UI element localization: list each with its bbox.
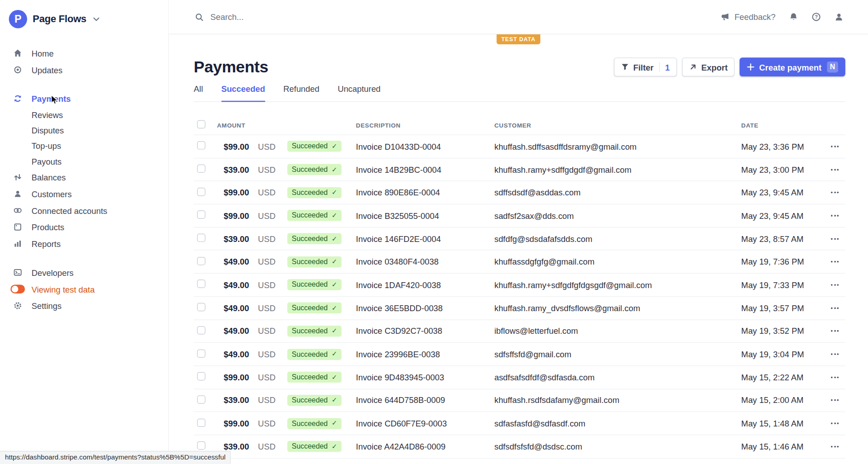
row-checkbox[interactable]: [197, 349, 205, 357]
customer-cell: sdfasfasfd@sdfasdf.com: [494, 419, 741, 428]
table-row[interactable]: $39.00 USD Succeeded ✓ Invoice A42A4D86-…: [194, 435, 845, 458]
sidebar-item-payments[interactable]: Payments: [0, 90, 168, 107]
row-checkbox[interactable]: [197, 395, 205, 403]
sidebar-item-payouts[interactable]: Payouts: [0, 153, 168, 169]
table-row[interactable]: $39.00 USD Succeeded ✓ Invoice 146FD2E-0…: [194, 227, 845, 251]
sidebar-item-viewing-test-data[interactable]: Viewing test data: [0, 281, 168, 298]
row-checkbox[interactable]: [197, 418, 205, 426]
create-payment-button[interactable]: Create payment N: [740, 57, 845, 76]
row-checkbox[interactable]: [197, 257, 205, 265]
status-label: Succeeded: [292, 303, 328, 312]
sidebar-item-updates[interactable]: Updates: [0, 62, 168, 78]
keyboard-shortcut-badge: N: [827, 62, 838, 72]
table-row[interactable]: $49.00 USD Succeeded ✓ Invoice C3D92C7-0…: [194, 320, 845, 343]
amount-cell: $49.00: [217, 350, 249, 359]
sidebar-item-connected-accounts[interactable]: Connected accounts: [0, 202, 168, 219]
row-actions-button[interactable]: [830, 328, 840, 334]
column-header-description[interactable]: DESCRIPTION: [356, 122, 494, 128]
table-row[interactable]: $49.00 USD Succeeded ✓ Invoice 03480F4-0…: [194, 251, 845, 274]
sidebar-item-topups[interactable]: Top-ups: [0, 138, 168, 153]
check-icon: ✓: [332, 258, 337, 265]
table-row[interactable]: $39.00 USD Succeeded ✓ Invoice 14B29BC-0…: [194, 158, 845, 181]
account-switcher[interactable]: P Page Flows: [0, 7, 168, 37]
tab-succeeded[interactable]: Succeeded: [221, 84, 265, 102]
table-row[interactable]: $99.00 USD Succeeded ✓ Invoice D10433D-0…: [194, 135, 845, 158]
tab-uncaptured[interactable]: Uncaptured: [338, 84, 381, 101]
sidebar-item-reports[interactable]: Reports: [0, 235, 168, 252]
row-checkbox[interactable]: [197, 188, 205, 196]
table-row[interactable]: $99.00 USD Succeeded ✓ Invoice 9D483945-…: [194, 366, 845, 389]
sidebar-item-settings[interactable]: Settings: [0, 298, 168, 314]
row-actions-button[interactable]: [830, 421, 840, 426]
row-checkbox[interactable]: [197, 211, 205, 219]
currency-cell: USD: [249, 442, 276, 451]
test-mode-toggle[interactable]: [10, 284, 25, 294]
sidebar-item-home[interactable]: Home: [0, 45, 168, 62]
status-badge: Succeeded ✓: [288, 418, 342, 429]
column-header-amount[interactable]: AMOUNT: [217, 122, 249, 128]
check-icon: ✓: [332, 350, 337, 358]
table-row[interactable]: $39.00 USD Succeeded ✓ Invoice 644D758B-…: [194, 389, 845, 412]
sidebar-item-label: Reviews: [32, 110, 63, 119]
row-actions-button[interactable]: [830, 166, 840, 172]
row-checkbox[interactable]: [197, 165, 205, 173]
filter-button[interactable]: Filter 1: [614, 57, 677, 76]
row-checkbox[interactable]: [197, 303, 205, 311]
status-badge: Succeeded ✓: [288, 256, 342, 267]
table-row[interactable]: $49.00 USD Succeeded ✓ Invoice 1DAF420-0…: [194, 274, 845, 297]
row-actions-button[interactable]: [830, 444, 840, 450]
row-actions-button[interactable]: [830, 189, 840, 195]
row-actions-button[interactable]: [830, 213, 840, 218]
sidebar-item-developers[interactable]: Developers: [0, 264, 168, 281]
row-actions-button[interactable]: [830, 259, 840, 265]
filter-divider: [659, 62, 660, 72]
page-title: Payments: [194, 58, 269, 76]
row-checkbox[interactable]: [197, 372, 205, 380]
table-row[interactable]: $49.00 USD Succeeded ✓ Invoice 36E5BDD-0…: [194, 297, 845, 320]
help-icon[interactable]: ?: [811, 12, 821, 22]
status-badge: Succeeded ✓: [288, 210, 342, 221]
notifications-bell-icon[interactable]: [789, 12, 798, 22]
check-icon: ✓: [332, 373, 337, 381]
table-row[interactable]: $49.00 USD Succeeded ✓ Invoice 23996BE-0…: [194, 343, 845, 366]
sidebar: P Page Flows Home Updates Pay: [0, 0, 169, 464]
row-actions-button[interactable]: [830, 374, 840, 380]
global-search[interactable]: [195, 12, 720, 22]
column-header-customer[interactable]: CUSTOMER: [494, 122, 741, 128]
profile-avatar-icon[interactable]: [834, 12, 844, 22]
row-actions-button[interactable]: [830, 305, 840, 311]
export-button[interactable]: Export: [682, 57, 735, 76]
row-actions-button[interactable]: [830, 282, 840, 288]
svg-text:?: ?: [815, 14, 818, 19]
row-checkbox[interactable]: [197, 234, 205, 242]
sidebar-item-customers[interactable]: Customers: [0, 185, 168, 202]
amount-cell: $39.00: [217, 442, 249, 451]
select-all-checkbox[interactable]: [197, 120, 205, 128]
description-cell: Invoice D10433D-0004: [356, 142, 494, 151]
row-actions-button[interactable]: [830, 143, 840, 149]
amount-cell: $99.00: [217, 142, 249, 151]
feedback-link[interactable]: Feedback?: [720, 12, 776, 22]
row-checkbox[interactable]: [197, 280, 205, 288]
tab-all[interactable]: All: [194, 84, 203, 101]
status-label: Succeeded: [292, 396, 328, 404]
sidebar-item-disputes[interactable]: Disputes: [0, 123, 168, 138]
sidebar-item-products[interactable]: Products: [0, 219, 168, 236]
status-label: Succeeded: [292, 419, 328, 427]
status-badge: Succeeded ✓: [288, 233, 342, 244]
row-actions-button[interactable]: [830, 236, 840, 241]
column-header-date[interactable]: DATE: [741, 122, 830, 128]
row-checkbox[interactable]: [197, 142, 205, 150]
row-checkbox[interactable]: [197, 441, 205, 450]
row-actions-button[interactable]: [830, 397, 840, 403]
search-input[interactable]: [210, 12, 443, 22]
table-row[interactable]: $99.00 USD Succeeded ✓ Invoice CD60F7E9-…: [194, 412, 845, 435]
table-row[interactable]: $99.00 USD Succeeded ✓ Invoice 890E86E-0…: [194, 181, 845, 204]
row-actions-button[interactable]: [830, 351, 840, 357]
description-cell: Invoice 890E86E-0004: [356, 188, 494, 197]
sidebar-item-balances[interactable]: Balances: [0, 169, 168, 185]
table-row[interactable]: $99.00 USD Succeeded ✓ Invoice B325055-0…: [194, 204, 845, 227]
tab-refunded[interactable]: Refunded: [283, 84, 320, 101]
sidebar-item-reviews[interactable]: Reviews: [0, 107, 168, 122]
row-checkbox[interactable]: [197, 326, 205, 334]
